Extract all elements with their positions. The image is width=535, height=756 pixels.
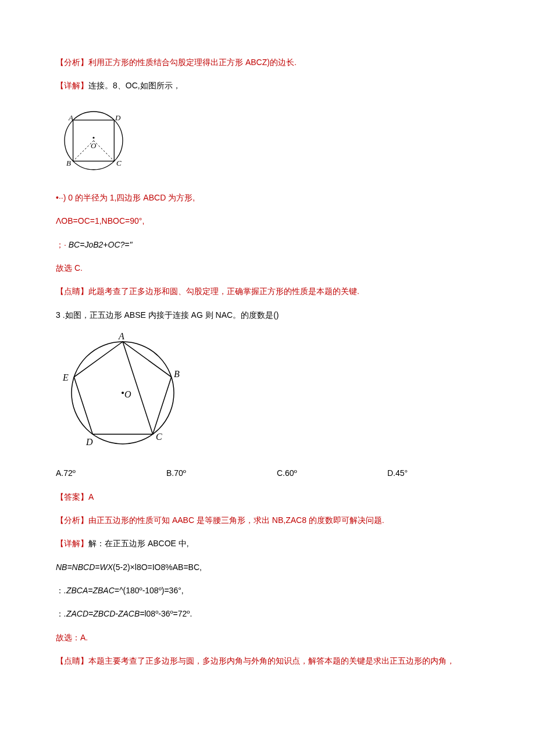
detail-text: 连接。8、OC,如图所示， xyxy=(88,81,181,90)
q3-line2: ：.ZBCA=ZBAC=^(180º-108º)=36°, xyxy=(56,584,479,597)
q2-line3: ；· BC=JoB2+OC?=" xyxy=(56,238,479,251)
svg-text:A: A xyxy=(68,113,73,122)
svg-text:B: B xyxy=(174,369,180,379)
svg-point-13 xyxy=(122,392,124,394)
q2-line2: ΛOB=OC=1,NBOC=90°, xyxy=(56,214,479,227)
q3-options: A.72º B.70º C.60º D.45° xyxy=(56,467,479,479)
q3-number: 3 xyxy=(56,310,60,320)
q3-line3: ：.ZACD=ZBCD-ZACB=l08º-36º=72º. xyxy=(56,607,479,620)
q3-detail: 【详解】解：在正五边形 ABCOE 中, xyxy=(56,537,479,550)
svg-text:B: B xyxy=(66,159,71,167)
option-a: A.72º xyxy=(56,467,166,479)
analysis-label: 【分析】 xyxy=(56,58,88,67)
hint-text: 本题主要考查了正多边形与圆，多边形内角与外角的知识点，解答本题的关键是求出正五边… xyxy=(88,656,455,665)
svg-text:C: C xyxy=(116,159,122,167)
svg-text:O: O xyxy=(91,141,97,150)
q3-conclusion: 故选：A. xyxy=(56,631,479,644)
pentagon-in-circle-diagram: A B C D E O xyxy=(56,332,190,454)
q2-analysis: 【分析】利用正方形的性质结合勾股定理得出正方形 ABCZ)的边长. xyxy=(56,56,479,69)
analysis-text: 利用正方形的性质结合勾股定理得出正方形 ABCZ)的边长. xyxy=(88,58,297,67)
q3-analysis: 【分析】由正五边形的性质可知 AABC 是等腰三角形，求出 NB,ZAC8 的度… xyxy=(56,514,479,526)
answer-label: 【答案】 xyxy=(56,492,88,501)
svg-text:D: D xyxy=(85,437,93,447)
hint-label: 【点睛】 xyxy=(56,286,88,296)
q3-answer: 【答案】A xyxy=(56,490,479,503)
svg-text:E: E xyxy=(62,372,69,382)
q3-hint: 【点睛】本题主要考查了正多边形与圆，多边形内角与外角的知识点，解答本题的关键是求… xyxy=(56,654,479,667)
svg-line-12 xyxy=(123,342,153,434)
option-c: C.60º xyxy=(277,467,387,479)
option-b: B.70º xyxy=(166,467,277,479)
q3-line1: NB=NBCD=WX(5-2)×l8O=IO8%AB=BC, xyxy=(56,561,479,574)
q2-detail: 【详解】连接。8、OC,如图所示， xyxy=(56,79,479,92)
svg-marker-11 xyxy=(74,342,171,434)
q2-figure: A D B C O xyxy=(56,103,479,178)
detail-text: 解：在正五边形 ABCOE 中, xyxy=(88,539,189,548)
q2-line1: •··) 0 的半径为 1,四边形 ABCD 为方形, xyxy=(56,191,479,204)
option-d: D.45° xyxy=(387,467,475,479)
q2-conclusion: 故选 C. xyxy=(56,261,479,274)
svg-text:C: C xyxy=(156,432,162,442)
q2-hint: 【点睛】此题考查了正多边形和圆、勾股定理，正确掌握正方形的性质是本题的关键. xyxy=(56,285,479,298)
svg-text:A: A xyxy=(118,332,124,341)
q3-figure: A B C D E O xyxy=(56,332,479,454)
square-in-circle-diagram: A D B C O xyxy=(56,103,131,178)
hint-label: 【点睛】 xyxy=(56,656,88,665)
svg-line-3 xyxy=(94,141,114,161)
q3-stem: 3 .如图，正五边形 ABSE 内接于连接 AG 则 NAC。的度数是() xyxy=(56,309,479,321)
svg-point-4 xyxy=(92,137,94,138)
svg-text:D: D xyxy=(115,113,121,122)
hint-text: 此题考查了正多边形和圆、勾股定理，正确掌握正方形的性质是本题的关键. xyxy=(88,286,359,296)
q3-stem-text: .如图，正五边形 ABSE 内接于连接 AG 则 NAC。的度数是() xyxy=(60,310,279,320)
detail-label: 【详解】 xyxy=(56,81,88,90)
analysis-label: 【分析】 xyxy=(56,515,88,525)
svg-text:O: O xyxy=(124,389,131,399)
detail-label: 【详解】 xyxy=(56,539,88,548)
analysis-text: 由正五边形的性质可知 AABC 是等腰三角形，求出 NB,ZAC8 的度数即可解… xyxy=(88,515,384,525)
answer-value: A xyxy=(88,492,94,501)
